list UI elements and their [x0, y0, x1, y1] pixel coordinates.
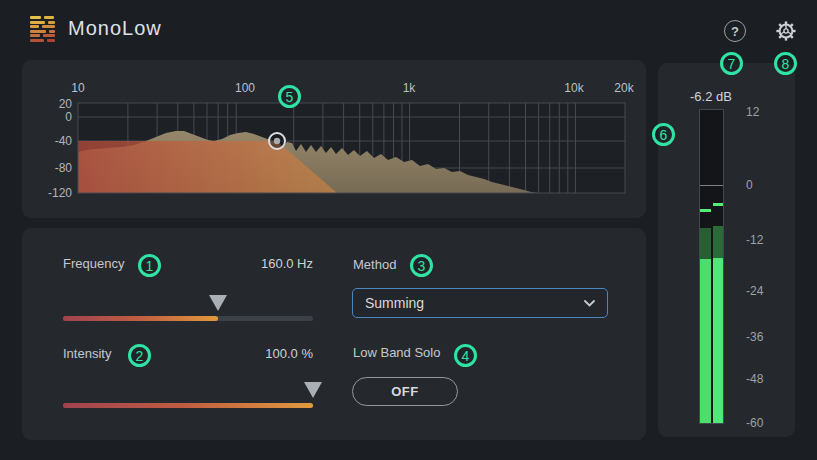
crossover-handle[interactable] — [269, 133, 285, 149]
gear-icon[interactable] — [773, 18, 799, 44]
y-axis-tick: -120 — [30, 186, 72, 200]
meter-channel-right — [713, 110, 724, 423]
frequency-value: 160.0 Hz — [261, 256, 313, 271]
frequency-track-fill — [63, 316, 218, 321]
callout-3: 3 — [410, 254, 433, 277]
monolow-plugin-window: { "header": { "title": "MonoLow", "help_… — [0, 0, 817, 460]
level-meter — [700, 110, 723, 423]
output-meter-panel: -6.2 dB 12 0 -12 -24 -36 -48 -60 — [658, 63, 795, 437]
meter-scale-tick: -36 — [746, 330, 763, 344]
meter-channel-left — [700, 110, 711, 423]
rms-segment — [713, 226, 724, 258]
low-band-solo-label: Low Band Solo — [353, 345, 440, 360]
frequency-label: Frequency — [63, 256, 124, 271]
callout-6: 6 — [652, 123, 675, 146]
meter-scale-tick: -12 — [746, 233, 763, 247]
method-label: Method — [353, 257, 396, 272]
intensity-track-fill — [63, 403, 313, 408]
meter-scale-tick: -24 — [746, 284, 763, 298]
chevron-down-icon — [584, 300, 595, 307]
callout-1: 1 — [138, 254, 161, 277]
callout-7: 7 — [720, 52, 743, 75]
intensity-label: Intensity — [63, 346, 111, 361]
method-selected-value: Summing — [365, 295, 424, 311]
y-axis-tick: 20 — [30, 97, 72, 111]
intensity-value: 100.0 % — [265, 346, 313, 361]
peak-tick — [713, 203, 724, 206]
x-axis-tick: 10 — [71, 81, 84, 95]
spectrum-display — [22, 60, 646, 218]
meter-scale-tick: -48 — [746, 372, 763, 386]
meter-scale-tick: 12 — [746, 105, 759, 119]
intensity-thumb[interactable] — [304, 382, 322, 398]
intensity-slider[interactable] — [63, 382, 313, 408]
izotope-logo — [30, 16, 58, 43]
y-axis-tick: -80 — [30, 161, 72, 175]
intensity-track[interactable] — [63, 403, 313, 408]
controls-panel: Frequency 160.0 Hz Intensity 100.0 % Met… — [22, 228, 646, 440]
peak-level-readout: -6.2 dB — [666, 89, 756, 104]
frequency-slider[interactable] — [63, 295, 313, 321]
frequency-row: Frequency 160.0 Hz — [63, 255, 313, 271]
meter-scale-tick: -60 — [746, 416, 763, 430]
x-axis-tick: 10k — [564, 81, 583, 95]
meter-scale-tick: 0 — [746, 178, 753, 192]
y-axis-tick: -40 — [30, 134, 72, 148]
frequency-track[interactable] — [63, 316, 313, 321]
level-segment — [700, 259, 711, 423]
callout-8: 8 — [774, 52, 797, 75]
peak-tick — [700, 209, 711, 212]
x-axis-tick: 20k — [614, 81, 633, 95]
method-dropdown[interactable]: Summing — [352, 288, 608, 318]
rms-segment — [700, 228, 711, 259]
intensity-row: Intensity 100.0 % — [63, 345, 313, 361]
level-segment — [713, 258, 724, 423]
callout-5: 5 — [278, 85, 301, 108]
callout-2: 2 — [128, 344, 151, 367]
frequency-thumb[interactable] — [209, 295, 227, 311]
low-band-solo-button[interactable]: OFF — [352, 377, 458, 406]
zero-db-line — [700, 185, 723, 186]
x-axis-tick: 1k — [403, 81, 416, 95]
x-axis-tick: 100 — [235, 81, 255, 95]
y-axis-tick: 0 — [30, 110, 72, 124]
page-title: MonoLow — [68, 17, 162, 40]
callout-4: 4 — [454, 344, 477, 367]
help-icon[interactable]: ? — [724, 20, 746, 42]
